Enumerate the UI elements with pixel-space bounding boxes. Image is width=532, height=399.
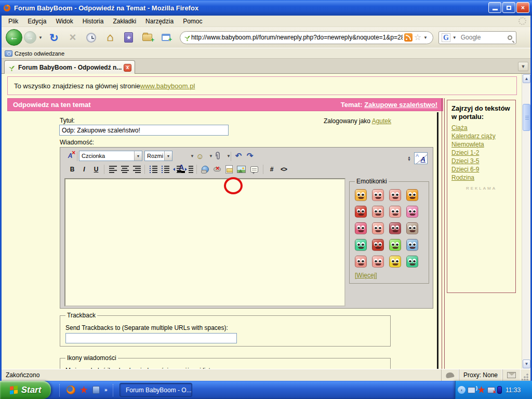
search-bar[interactable]: G ▼ bbox=[438, 31, 516, 44]
emoticon-question[interactable] bbox=[389, 256, 401, 268]
taskbar-button-firefox[interactable]: Forum BabyBoom - O... bbox=[119, 383, 192, 397]
quicklaunch-overflow-icon[interactable]: » bbox=[104, 387, 107, 393]
close-button[interactable]: × bbox=[516, 2, 529, 13]
more-emoticons-link[interactable]: [Więcej] bbox=[355, 272, 377, 279]
resize-grip[interactable] bbox=[522, 373, 529, 380]
toolbar-handle2[interactable] bbox=[113, 384, 114, 396]
home-button[interactable]: ⌂ bbox=[103, 30, 117, 45]
emoticon-eek[interactable] bbox=[406, 222, 418, 234]
toolbar-handle[interactable] bbox=[59, 384, 61, 396]
indent-button[interactable] bbox=[183, 164, 195, 175]
topic-link[interactable]: Zakupowe szaleństwo! bbox=[364, 101, 437, 109]
remove-link-button[interactable] bbox=[211, 164, 223, 175]
smilies-button[interactable]: ☺ bbox=[194, 150, 206, 162]
undo-button[interactable]: ↶ bbox=[233, 150, 244, 162]
search-engine-dropdown-icon[interactable]: ▼ bbox=[453, 35, 457, 40]
emoticon-sick[interactable] bbox=[389, 239, 401, 251]
trackback-input[interactable] bbox=[65, 333, 237, 343]
insert-email-button[interactable] bbox=[223, 164, 235, 175]
search-icon[interactable] bbox=[508, 35, 512, 40]
underline-button[interactable]: U bbox=[90, 164, 102, 175]
menu-widok[interactable]: Widok bbox=[51, 16, 77, 26]
toolbar-collapse-icon[interactable]: ▲▼ bbox=[407, 156, 411, 161]
addon-status-panel[interactable] bbox=[441, 369, 459, 381]
outdent-button[interactable] bbox=[171, 164, 183, 175]
minimize-button[interactable] bbox=[488, 2, 501, 13]
quicklaunch-firefox-icon[interactable] bbox=[66, 385, 75, 394]
sidebar-link-dzieci-1-2[interactable]: Dzieci 1-2 bbox=[451, 149, 511, 157]
sidebar-link-ciaza[interactable]: Ciąża bbox=[451, 124, 511, 132]
insert-image-button[interactable] bbox=[235, 164, 247, 175]
sidebar-link-dzieci-6-9[interactable]: Dzieci 6-9 bbox=[451, 165, 511, 174]
rss-icon[interactable] bbox=[404, 33, 413, 42]
tray-tlen-icon[interactable] bbox=[477, 386, 485, 394]
url-dropdown-icon[interactable]: ▼ bbox=[423, 35, 428, 40]
bold-button[interactable]: B bbox=[66, 164, 78, 175]
emoticon-shocked[interactable] bbox=[406, 206, 418, 218]
emoticon-angry[interactable] bbox=[372, 239, 384, 251]
emoticon-biggrin[interactable] bbox=[355, 189, 367, 201]
location-bar[interactable]: ☆ ▼ bbox=[180, 31, 433, 44]
sidebar-link-kalendarz[interactable]: Kalendarz ciąży bbox=[451, 132, 511, 140]
stop-button[interactable]: × bbox=[65, 30, 80, 45]
logged-in-user-link[interactable]: Agutek bbox=[372, 117, 391, 125]
quicklaunch-tlen-icon[interactable] bbox=[80, 386, 88, 394]
tab-list-dropdown-icon[interactable]: ▼ bbox=[518, 62, 528, 71]
menu-pomoc[interactable]: Pomoc bbox=[178, 16, 207, 26]
quote-button[interactable] bbox=[248, 164, 260, 175]
back-button[interactable]: ← bbox=[6, 29, 22, 46]
sidebar-link-rodzina[interactable]: Rodzina bbox=[451, 174, 511, 182]
tray-collapse-icon[interactable]: ‹ bbox=[458, 386, 466, 394]
bookmark-item-czesto-odwiedzane[interactable]: Często odwiedzane bbox=[15, 50, 64, 57]
history-button[interactable] bbox=[84, 30, 99, 45]
sidebar-link-dzieci-3-5[interactable]: Dzieci 3-5 bbox=[451, 157, 511, 165]
mail-status-panel[interactable] bbox=[502, 369, 521, 381]
search-input[interactable] bbox=[459, 34, 508, 41]
bullet-list-button[interactable] bbox=[159, 164, 171, 175]
editor-mode-toggle-button[interactable] bbox=[414, 152, 428, 164]
align-right-button[interactable] bbox=[131, 164, 142, 175]
emoticon-mad[interactable] bbox=[355, 206, 367, 218]
new-window-button[interactable]: + bbox=[159, 30, 174, 45]
forward-button[interactable]: → bbox=[24, 31, 36, 44]
banner-link[interactable]: www.babyboom.pl bbox=[140, 82, 195, 90]
emoticon-embarrassed[interactable] bbox=[372, 206, 384, 218]
remove-format-button[interactable]: A bbox=[64, 150, 76, 162]
quicklaunch-app-icon[interactable] bbox=[92, 386, 100, 394]
menu-edycja[interactable]: Edycja bbox=[23, 16, 51, 26]
tray-network-icon[interactable] bbox=[468, 387, 475, 393]
title-input[interactable] bbox=[59, 125, 229, 136]
scrollbar-thumb[interactable] bbox=[523, 104, 530, 131]
code-button[interactable]: <> bbox=[278, 164, 289, 175]
bookmark-star-icon[interactable]: ☆ bbox=[414, 33, 421, 42]
maximize-button[interactable] bbox=[502, 2, 515, 13]
emoticon-teal-smile[interactable] bbox=[406, 256, 418, 268]
emoticon-green-smile[interactable] bbox=[355, 239, 367, 251]
message-textarea[interactable] bbox=[64, 178, 345, 307]
proxy-status[interactable]: Proxy: None bbox=[459, 369, 502, 381]
emoticon-happy[interactable] bbox=[389, 206, 401, 218]
vertical-scrollbar[interactable]: ▲ ▼ bbox=[522, 74, 530, 369]
emoticon-blush[interactable] bbox=[355, 222, 367, 234]
tray-device-icon[interactable] bbox=[497, 386, 502, 394]
scroll-down-icon[interactable]: ▼ bbox=[523, 360, 530, 368]
menu-historia[interactable]: Historia bbox=[78, 16, 109, 26]
sidebar-link-niemowleta[interactable]: Niemowlęta bbox=[451, 140, 511, 149]
new-folder-button[interactable]: + bbox=[140, 30, 155, 45]
menu-plik[interactable]: Plik bbox=[4, 16, 23, 26]
reload-button[interactable]: ↻ bbox=[47, 30, 61, 45]
italic-button[interactable]: I bbox=[78, 164, 90, 175]
insert-link-button[interactable] bbox=[200, 164, 211, 175]
scroll-up-icon[interactable]: ▲ bbox=[523, 74, 530, 83]
emoticon-smile[interactable] bbox=[372, 189, 384, 201]
tab-close-icon[interactable]: x bbox=[124, 64, 131, 72]
attachment-dropdown-icon[interactable]: ▼ bbox=[227, 154, 231, 158]
menu-zakladki[interactable]: Zakładki bbox=[108, 16, 141, 26]
emoticon-laugh[interactable] bbox=[406, 189, 418, 201]
bookmarks-button[interactable]: ★ bbox=[122, 30, 136, 45]
font-select[interactable]: Czcionka▼ bbox=[79, 151, 142, 161]
size-select[interactable]: Rozmi▼ bbox=[144, 151, 172, 161]
emoticon-tongue[interactable] bbox=[372, 222, 384, 234]
emoticon-nerd[interactable] bbox=[406, 239, 418, 251]
emoticon-puzzled[interactable] bbox=[355, 256, 367, 268]
